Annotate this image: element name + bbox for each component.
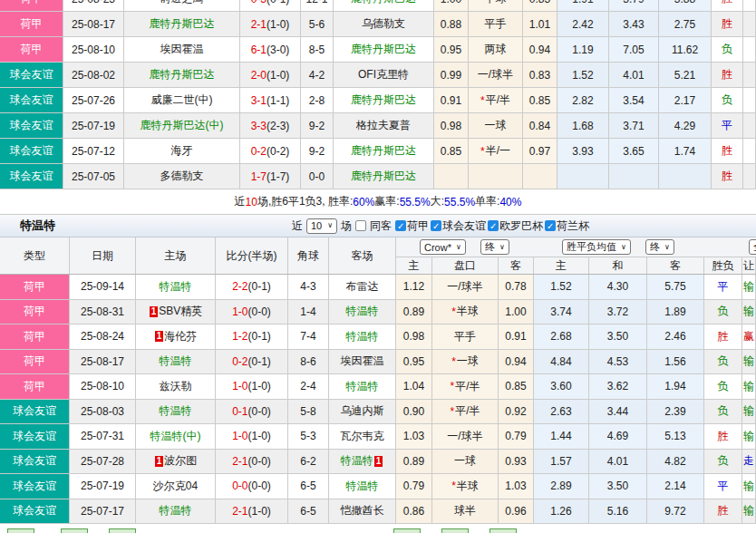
europe-away-odds: 4.29 [659, 113, 712, 138]
sub-column-header: 和 [589, 257, 647, 274]
away-team-link[interactable]: 鹿特丹斯巴达 [351, 169, 416, 184]
handicap-star: * [480, 145, 485, 158]
asian-home-odds: 1.00 [434, 0, 469, 11]
match-row: 球会友谊25-07-281波尔图2-1(0-0)6-2特温特10.89一球0.9… [0, 450, 756, 475]
europe-final-select[interactable]: 终∨ [645, 239, 674, 255]
home-team-link[interactable]: 鹿特丹斯巴达 [150, 67, 215, 82]
home-team-link[interactable]: 埃因霍温 [160, 42, 204, 57]
away-team-cell: 特温特 [329, 374, 396, 399]
away-team-link[interactable]: 特温特 [346, 304, 379, 319]
league-checkbox[interactable]: ✓ [545, 220, 556, 231]
asian-home-odds: 1.04 [396, 374, 432, 399]
home-team-link[interactable]: 特温特 [160, 503, 192, 518]
date-cell: 25-08-24 [70, 325, 136, 349]
away-team-link[interactable]: 鹿特丹斯巴达 [351, 143, 416, 159]
home-team-link[interactable]: 特温特 [160, 279, 192, 295]
asian-home-odds: 0.88 [434, 12, 469, 36]
full-time-score: 3-1 [251, 94, 267, 107]
corner-cell: 6-5 [288, 499, 329, 524]
result-label: 胜 [722, 0, 732, 6]
europe-odds-select[interactable]: 胜平负均值∨ [562, 239, 631, 255]
league-filter-item: ✓荷甲 [395, 218, 429, 234]
column-header: 主场 [136, 237, 216, 274]
home-team-link[interactable]: 兹沃勒 [160, 379, 192, 394]
asian-line-cell: 一/球半 [432, 275, 499, 299]
score-cell: 0-1(0-0) [216, 400, 288, 424]
handicap-result-cell: 输 [742, 400, 756, 424]
league-checkbox[interactable]: ✓ [488, 220, 499, 231]
away-team-link[interactable]: 特温特 [346, 379, 379, 394]
away-team-link[interactable]: 乌德勒支 [362, 16, 405, 32]
home-team-link[interactable]: SBV精英 [159, 304, 202, 319]
home-team-link[interactable]: 沙尔克04 [153, 479, 198, 494]
away-team-link[interactable]: 鹿特丹斯巴达 [351, 0, 416, 6]
home-team-cell: 鹿特丹斯巴达 [124, 12, 240, 36]
same-away-checkbox[interactable] [355, 220, 366, 231]
result-label: 负 [718, 453, 729, 469]
full-time-score: 0-0 [232, 480, 247, 492]
home-team-link[interactable]: 鹿特丹斯巴达(中) [141, 118, 224, 133]
half-time-score: (0-0) [248, 455, 271, 468]
asian-final-select[interactable]: 终∨ [480, 239, 509, 255]
odds-dropdown-row: Crow*∨ 终∨ 胜平负均值∨ 终∨ 全 [396, 237, 756, 257]
away-team-link[interactable]: 乌迪内斯 [341, 403, 384, 419]
home-team-cell: 埃因霍温 [124, 37, 240, 62]
home-team-link[interactable]: 海伦芬 [164, 329, 197, 344]
full-time-score: 3-3 [251, 120, 267, 132]
league-checkbox-label: 球会友谊 [442, 218, 486, 234]
away-team-link[interactable]: 瓦尔韦克 [341, 429, 384, 444]
date-cell: 25-07-31 [70, 424, 136, 449]
home-team-link[interactable]: 海牙 [171, 143, 193, 159]
home-team-link[interactable]: 特温特(中) [150, 429, 201, 444]
home-team-link[interactable]: 多德勒支 [160, 169, 204, 184]
handicap-result-label: 赢 [743, 329, 754, 344]
home-team-link[interactable]: 波尔图 [164, 453, 197, 469]
away-team-link[interactable]: 恺撒酋长 [341, 503, 384, 518]
home-team-cell: 威廉二世(中) [124, 88, 240, 112]
away-team-cell: 格拉夫夏普 [334, 113, 434, 138]
away-team-link[interactable]: 埃因霍温 [341, 354, 384, 369]
away-team-link[interactable]: 鹿特丹斯巴达 [351, 42, 416, 57]
home-team-link[interactable]: 威廉二世(中) [151, 92, 213, 108]
league-checkbox[interactable]: ✓ [431, 220, 441, 231]
asian-line-cell: 平手 [469, 12, 523, 36]
asian-home-odds: 0.95 [434, 37, 469, 62]
handicap-result-label: 输 [743, 403, 754, 419]
date-cell: 25-08-23 [63, 0, 124, 11]
summary-text: 55.5% [400, 196, 431, 208]
bookmaker-select[interactable]: Crow*∨ [420, 239, 466, 255]
sub-column-header: 客 [647, 257, 704, 274]
match-row: 球会友谊25-07-19沙尔克040-0(0-0)6-5特温特0.79*半球1.… [0, 474, 756, 499]
asian-line-cell: 一球 [469, 113, 523, 138]
away-team-link[interactable]: OFI克里特 [358, 67, 409, 82]
europe-away-odds: 2.17 [659, 88, 712, 112]
home-team-link[interactable]: 前进之鹰 [160, 0, 204, 6]
europe-home-odds: 1.52 [557, 63, 609, 87]
form-box [393, 528, 421, 533]
home-team-link[interactable]: 特温特 [160, 403, 192, 419]
all-select[interactable]: 全 [749, 239, 756, 255]
europe-home-odds: 2.68 [534, 325, 589, 349]
sparta-history-rows: 荷甲25-08-23前进之鹰0-3(0-1)12-1鹿特丹斯巴达1.00半球0.… [0, 0, 756, 189]
europe-draw-odds: 3.65 [609, 139, 659, 163]
asian-home-odds: 1.12 [396, 275, 432, 299]
league-checkbox[interactable]: ✓ [395, 220, 406, 231]
away-team-link[interactable]: 鹿特丹斯巴达 [351, 92, 416, 108]
home-team-link[interactable]: 鹿特丹斯巴达 [150, 16, 215, 32]
asian-line-cell: *一球 [432, 350, 499, 374]
away-team-link[interactable]: 特温特 [346, 329, 379, 344]
form-box [61, 528, 88, 533]
recent-count-select[interactable]: 10∨ [306, 218, 337, 234]
asian-line-cell: 球半 [432, 499, 499, 524]
europe-away-odds: 3.88 [659, 0, 712, 11]
away-team-link[interactable]: 布雷达 [346, 279, 379, 295]
away-team-link[interactable]: 特温特 [346, 479, 379, 494]
away-team-link[interactable]: 特温特 [341, 453, 373, 469]
result-label: 平 [718, 279, 729, 295]
home-team-link[interactable]: 特温特 [160, 354, 192, 369]
full-time-score: 1-0 [232, 380, 247, 392]
away-team-link[interactable]: 格拉夫夏普 [356, 118, 411, 133]
corner-cell: 0-0 [301, 164, 334, 189]
chevron-down-icon: ∨ [327, 222, 333, 229]
away-team-cell: 特温特 [329, 474, 396, 499]
